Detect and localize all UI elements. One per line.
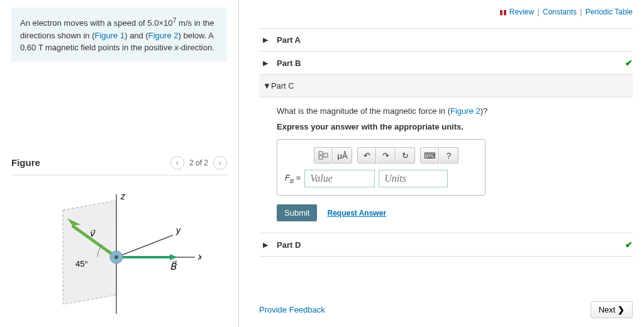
chevron-right-icon: › bbox=[219, 158, 221, 167]
redo-button[interactable]: ↷ bbox=[377, 147, 396, 164]
svg-text:z: z bbox=[120, 191, 126, 201]
svg-marker-6 bbox=[170, 254, 177, 260]
caret-right-icon: ▶ bbox=[263, 36, 272, 44]
chevron-left-icon: ‹ bbox=[176, 158, 179, 167]
figure-diagram: z y x v⃗ B⃗ 45° bbox=[11, 188, 227, 320]
question-text: What is the magnitude of the magnetic fo… bbox=[277, 106, 626, 116]
part-c-label: Part C bbox=[271, 81, 294, 91]
instruction-text: Express your answer with the appropriate… bbox=[277, 122, 626, 131]
svg-line-4 bbox=[116, 235, 173, 257]
svg-point-10 bbox=[114, 255, 118, 259]
caret-right-icon: ▶ bbox=[263, 241, 272, 249]
constants-link[interactable]: Constants bbox=[543, 8, 577, 16]
part-a-header[interactable]: ▶ Part A bbox=[259, 28, 633, 51]
submit-button[interactable]: Submit bbox=[277, 204, 317, 221]
answer-box: μÅ ↶ ↷ ↻ ⌨ ? FB = bbox=[277, 139, 486, 196]
fraction-icon bbox=[318, 151, 328, 160]
units-button[interactable]: μÅ bbox=[333, 147, 352, 164]
svg-text:y: y bbox=[175, 225, 181, 235]
template-button[interactable] bbox=[314, 147, 333, 164]
top-links: ▮▮Review | Constants | Periodic Table bbox=[499, 8, 633, 16]
part-d-label: Part D bbox=[277, 240, 301, 250]
redo-icon: ↷ bbox=[382, 151, 389, 160]
value-input[interactable] bbox=[304, 170, 375, 187]
problem-statement: An electron moves with a speed of 5.0×10… bbox=[11, 8, 227, 62]
figure2-link[interactable]: Figure 2 bbox=[148, 31, 179, 40]
figure-pager-text: 2 of 2 bbox=[189, 158, 208, 167]
svg-rect-17 bbox=[319, 152, 323, 155]
reset-icon: ↻ bbox=[402, 151, 409, 160]
reset-button[interactable]: ↻ bbox=[396, 147, 415, 164]
figure-next-button[interactable]: › bbox=[213, 156, 227, 170]
figure2-inline-link[interactable]: Figure 2 bbox=[450, 106, 480, 116]
review-icon: ▮▮ bbox=[499, 8, 507, 16]
figure-prev-button[interactable]: ‹ bbox=[170, 156, 184, 170]
part-c-header[interactable]: ▼ Part C bbox=[259, 74, 633, 97]
request-answer-link[interactable]: Request Answer bbox=[327, 209, 386, 218]
part-a-label: Part A bbox=[277, 35, 301, 45]
variable-label: FB = bbox=[285, 173, 301, 184]
keyboard-button[interactable]: ⌨ bbox=[420, 147, 439, 164]
figure-title: Figure bbox=[11, 157, 40, 168]
provide-feedback-link[interactable]: Provide Feedback bbox=[259, 305, 325, 314]
review-link[interactable]: Review bbox=[509, 8, 534, 16]
check-icon: ✔ bbox=[625, 58, 633, 68]
help-button[interactable]: ? bbox=[440, 147, 458, 164]
undo-icon: ↶ bbox=[364, 151, 370, 160]
caret-right-icon: ▶ bbox=[263, 59, 272, 67]
check-icon: ✔ bbox=[625, 240, 633, 250]
part-b-header[interactable]: ▶ Part B ✔ bbox=[259, 51, 633, 74]
svg-text:x: x bbox=[197, 252, 201, 262]
svg-text:45°: 45° bbox=[75, 259, 88, 269]
svg-rect-19 bbox=[324, 153, 328, 157]
caret-down-icon: ▼ bbox=[263, 81, 271, 91]
units-input[interactable] bbox=[379, 170, 448, 187]
figure1-link[interactable]: Figure 1 bbox=[95, 31, 125, 40]
periodic-table-link[interactable]: Periodic Table bbox=[586, 8, 633, 16]
part-d-header[interactable]: ▶ Part D ✔ bbox=[259, 233, 633, 257]
part-b-label: Part B bbox=[277, 58, 301, 68]
keyboard-icon: ⌨ bbox=[424, 151, 436, 160]
svg-rect-18 bbox=[319, 156, 323, 159]
svg-text:B⃗: B⃗ bbox=[170, 260, 177, 272]
next-button[interactable]: Next ❯ bbox=[591, 301, 633, 318]
undo-button[interactable]: ↶ bbox=[357, 147, 376, 164]
